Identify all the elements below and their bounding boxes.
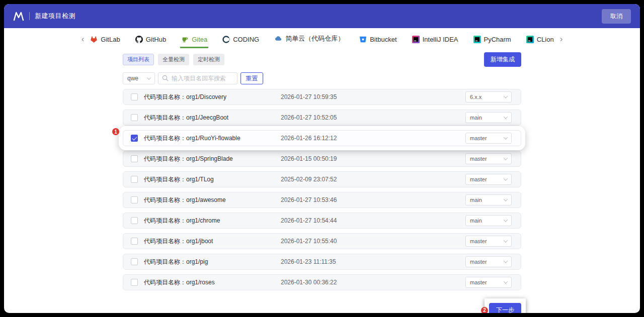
- tabs-next-icon[interactable]: ›: [560, 35, 563, 43]
- branch-value: main: [470, 197, 482, 203]
- tab-bar: ‹ GitLab GitHub Gitea CODING 简单云（代码仓库） B…: [4, 32, 640, 48]
- org-select[interactable]: qwe: [123, 72, 155, 84]
- project-name: org1/pig: [186, 258, 208, 265]
- chevron-down-icon: [504, 238, 508, 242]
- tab-gitlab[interactable]: GitLab: [89, 34, 121, 48]
- intellij-icon: [412, 36, 420, 43]
- toolbar: 项目列表全量检测定时检测 新增集成: [123, 52, 521, 67]
- add-integration-button[interactable]: 新增集成: [484, 52, 521, 67]
- branch-select[interactable]: master: [465, 133, 512, 144]
- branch-select[interactable]: master: [465, 174, 512, 185]
- search-box: [158, 72, 237, 84]
- branch-select[interactable]: 6.x.x: [465, 91, 512, 102]
- tab-jiandanyun[interactable]: 简单云（代码仓库）: [273, 33, 345, 48]
- project-name: org1/roses: [186, 279, 215, 286]
- reset-button[interactable]: 重置: [240, 72, 263, 84]
- tab-pycharm[interactable]: PyCharm: [472, 34, 512, 48]
- branch-select[interactable]: master: [465, 256, 512, 267]
- project-name-prefix: 代码项目名称：: [144, 217, 186, 224]
- mode-tag-group: 项目列表全量检测定时检测: [123, 54, 224, 65]
- chevron-down-icon: [504, 218, 508, 222]
- branch-value: master: [470, 135, 487, 141]
- tab-label: CODING: [233, 36, 259, 43]
- row-checkbox[interactable]: [131, 93, 138, 100]
- project-row[interactable]: 代码项目名称：org1/chrome 2026-01-27 10:54:44 m…: [123, 213, 521, 229]
- row-checkbox[interactable]: [131, 114, 138, 121]
- project-time: 2026-01-27 10:59:35: [281, 93, 337, 100]
- project-row[interactable]: 代码项目名称：org1/roses 2026-01-30 00:36:22 ma…: [123, 274, 521, 290]
- project-row[interactable]: 代码项目名称：org1/jboot 2026-01-27 10:55:40 ma…: [123, 233, 521, 249]
- cancel-button[interactable]: 取消: [602, 9, 631, 24]
- project-row[interactable]: 代码项目名称：org1/TLog 2025-02-09 23:07:52 mas…: [123, 171, 521, 187]
- next-step-button[interactable]: 下一步: [489, 303, 521, 313]
- annotation-badge-2: 2: [481, 307, 488, 313]
- project-row[interactable]: 代码项目名称：org1/pig 2026-01-23 11:11:35 mast…: [123, 254, 521, 270]
- branch-select[interactable]: master: [465, 277, 512, 288]
- row-checkbox[interactable]: [131, 238, 138, 245]
- project-name-prefix: 代码项目名称：: [144, 238, 186, 245]
- project-list: 代码项目名称：org1/Discovery 2026-01-27 10:59:3…: [123, 89, 521, 290]
- project-row[interactable]: 代码项目名称：org1/RuoYi-flowable 2026-01-26 16…: [123, 130, 521, 146]
- search-input[interactable]: [158, 72, 237, 84]
- annotation-badge-1: 1: [112, 128, 119, 135]
- branch-value: master: [470, 279, 487, 285]
- gitea-icon: [181, 36, 189, 43]
- branch-value: main: [470, 218, 482, 224]
- project-time: 2026-01-30 00:36:22: [281, 279, 337, 286]
- project-time: 2026-01-27 10:54:44: [281, 217, 337, 224]
- row-checkbox[interactable]: [131, 155, 138, 162]
- project-time: 2026-01-27 10:55:40: [281, 238, 337, 245]
- row-checkbox[interactable]: [131, 176, 138, 183]
- tabs-prev-icon[interactable]: ‹: [82, 35, 85, 43]
- tab-intellij[interactable]: IntelliJ IDEA: [411, 34, 459, 48]
- branch-select[interactable]: master: [465, 153, 512, 164]
- project-row[interactable]: 代码项目名称：org1/Discovery 2026-01-27 10:59:3…: [123, 89, 521, 105]
- filter-tag-1[interactable]: 全量检测: [158, 54, 189, 65]
- header-divider: [29, 12, 30, 20]
- chevron-down-icon: [147, 75, 151, 79]
- filter-tag-0[interactable]: 项目列表: [123, 54, 154, 65]
- github-icon: [135, 36, 143, 43]
- chevron-down-icon: [504, 279, 508, 283]
- tab-list: GitLab GitHub Gitea CODING 简单云（代码仓库） Bit…: [89, 33, 554, 48]
- tab-bitbucket[interactable]: Bitbucket: [358, 34, 397, 48]
- project-time: 2025-02-09 23:07:52: [281, 176, 337, 183]
- row-checkbox[interactable]: [131, 196, 138, 203]
- branch-value: master: [470, 259, 487, 265]
- tab-clion[interactable]: CLion: [525, 34, 555, 48]
- branch-select[interactable]: main: [465, 194, 512, 205]
- project-name-prefix: 代码项目名称：: [144, 155, 186, 162]
- project-row[interactable]: 代码项目名称：org1/JeecgBoot 2026-01-27 10:52:0…: [123, 110, 521, 126]
- gitlab-icon: [90, 36, 98, 43]
- tab-label: GitLab: [101, 36, 120, 43]
- tab-label: CLion: [537, 36, 554, 43]
- filter-tag-2[interactable]: 定时检测: [193, 54, 224, 65]
- project-row[interactable]: 代码项目名称：org1/SpringBlade 2026-01-15 00:50…: [123, 151, 521, 167]
- bitbucket-icon: [359, 36, 367, 43]
- tab-coding[interactable]: CODING: [221, 34, 260, 48]
- project-name-prefix: 代码项目名称：: [144, 258, 186, 265]
- row-checkbox[interactable]: [131, 217, 138, 224]
- pycharm-icon: [473, 36, 481, 43]
- app-logo-icon: [13, 11, 24, 21]
- chevron-down-icon: [504, 197, 508, 201]
- tab-gitea[interactable]: Gitea: [180, 34, 208, 48]
- branch-select[interactable]: main: [465, 215, 512, 226]
- row-checkbox[interactable]: [131, 279, 138, 286]
- row-checkbox[interactable]: [131, 135, 138, 142]
- branch-select[interactable]: main: [465, 112, 512, 123]
- branch-value: master: [470, 156, 487, 162]
- project-row[interactable]: 代码项目名称：org1/awesome 2026-01-27 10:53:46 …: [123, 192, 521, 208]
- chevron-down-icon: [504, 94, 508, 98]
- main-content: 项目列表全量检测定时检测 新增集成 qwe 重置 代码项目名称：org1/Dis…: [123, 52, 521, 313]
- branch-select[interactable]: master: [465, 236, 512, 247]
- project-name-prefix: 代码项目名称：: [144, 279, 186, 286]
- tab-github[interactable]: GitHub: [134, 34, 167, 48]
- page-title: 新建项目检测: [35, 12, 75, 21]
- row-checkbox[interactable]: [131, 258, 138, 265]
- project-name: org1/Discovery: [186, 93, 226, 100]
- project-time: 2026-01-15 00:50:19: [281, 155, 337, 162]
- tab-label: IntelliJ IDEA: [423, 36, 458, 43]
- project-name-prefix: 代码项目名称：: [144, 135, 186, 142]
- next-annotation-box: 2 下一步: [485, 298, 526, 313]
